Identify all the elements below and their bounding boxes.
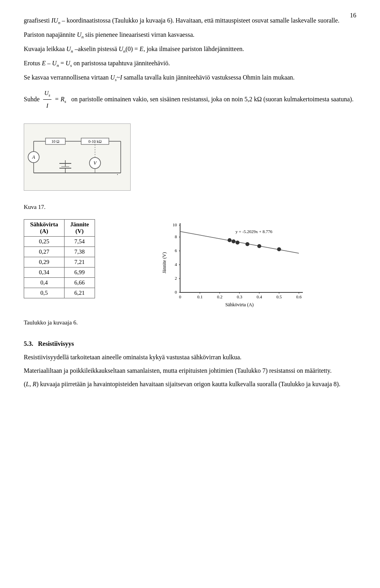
table-cell: 0,34 [24,267,65,278]
line-chart: 0 2 4 6 8 10 0 0.1 0.2 0.3 [160,219,307,310]
chart-equation: y = -5.2029x + 8.776 [236,229,273,234]
table-row: 0,56,21 [24,288,95,298]
col-header-voltage: Jännite(V) [64,220,95,237]
table-cell: 6,21 [64,288,95,298]
measurements-table: Sähkövirta(A) Jännite(V) 0,257,540,277,3… [24,219,95,298]
svg-text:0: 0 [179,294,181,299]
section-paragraph-2: Materiaaliltaan ja poikkileikkaukseltaan… [24,366,356,376]
svg-text:0.5: 0.5 [276,294,282,299]
paragraph-4: Erotus E – Un = Us on paristossa tapahtu… [24,59,356,69]
svg-point-58 [277,247,281,251]
table-row: 0,297,21 [24,257,95,267]
circuit-figure: A 10 Ω 0-10 kΩ V [24,123,356,191]
svg-text:8: 8 [175,234,177,239]
svg-text:0.6: 0.6 [296,294,302,299]
section-paragraph-3: (L, R) kuvaaja piirretään ja havaintopis… [24,379,356,389]
table-cell: 6,66 [64,278,95,288]
svg-text:0.4: 0.4 [256,294,262,299]
page-number: 16 [350,12,356,19]
table-cell: 0,5 [24,288,65,298]
svg-text:6: 6 [175,248,177,253]
table-cell: 0,27 [24,247,65,257]
paragraph-5: Se kasvaa verrannollisena virtaan Us~I s… [24,73,356,83]
section-heading: 5.3. Resistiivisyys [24,339,356,349]
svg-text:0.3: 0.3 [237,294,242,299]
chart-container: 0 2 4 6 8 10 0 0.1 0.2 0.3 [111,219,356,310]
table-caption: Taulukko ja kuvaaja 6. [24,318,356,327]
section-paragraph-1: Resistiivisyydellä tarkoitetaan aineelle… [24,353,356,362]
circuit-diagram: A 10 Ω 0-10 kΩ V [26,125,129,189]
paragraph-suhde: Suhde Us I = Rs on paristolle ominainen … [24,87,356,112]
paragraph-2: Pariston napajännite Un siis pienenee li… [24,30,356,40]
table-cell: 7,38 [64,247,95,257]
svg-point-53 [228,238,232,242]
table-row: 0,46,66 [24,278,95,288]
svg-point-54 [232,239,236,243]
svg-text:0.1: 0.1 [197,294,203,299]
paragraph-3: Kuvaaja leikkaa Un –akselin pistessä Un(… [24,44,356,55]
svg-text:10 Ω: 10 Ω [51,139,59,144]
page-content: graafisesti IUn – koordinaatistossa (Tau… [24,16,356,389]
table-row: 0,277,38 [24,247,95,257]
svg-text:0.2: 0.2 [217,294,222,299]
figure-caption: Kuva 17. [24,203,356,212]
table-container: Sähkövirta(A) Jännite(V) 0,257,540,277,3… [24,219,95,298]
paragraph-1: graafisesti IUn – koordinaatistossa (Tau… [24,16,356,26]
svg-text:4: 4 [175,262,177,267]
svg-point-55 [236,241,239,245]
table-cell: 7,54 [64,237,95,247]
svg-text:0: 0 [175,290,177,294]
svg-text:.: . [117,170,118,176]
svg-text:2: 2 [175,276,177,281]
svg-text:A: A [32,154,35,160]
circuit-box: A 10 Ω 0-10 kΩ V [24,123,131,191]
table-row: 0,346,99 [24,267,95,278]
svg-text:Sähkövirta (A): Sähkövirta (A) [225,302,254,307]
table-cell: 0,25 [24,237,65,247]
col-header-current: Sähkövirta(A) [24,220,65,237]
svg-point-56 [245,242,249,246]
svg-text:Jännite (V): Jännite (V) [162,252,167,274]
svg-line-52 [180,231,299,253]
table-cell: 6,99 [64,267,95,278]
table-row: 0,257,54 [24,237,95,247]
table-cell: 0,4 [24,278,65,288]
svg-point-57 [257,244,261,248]
svg-text:10: 10 [173,222,177,227]
table-cell: 7,21 [64,257,95,267]
table-cell: 0,29 [24,257,65,267]
data-section: Sähkövirta(A) Jännite(V) 0,257,540,277,3… [24,219,356,310]
